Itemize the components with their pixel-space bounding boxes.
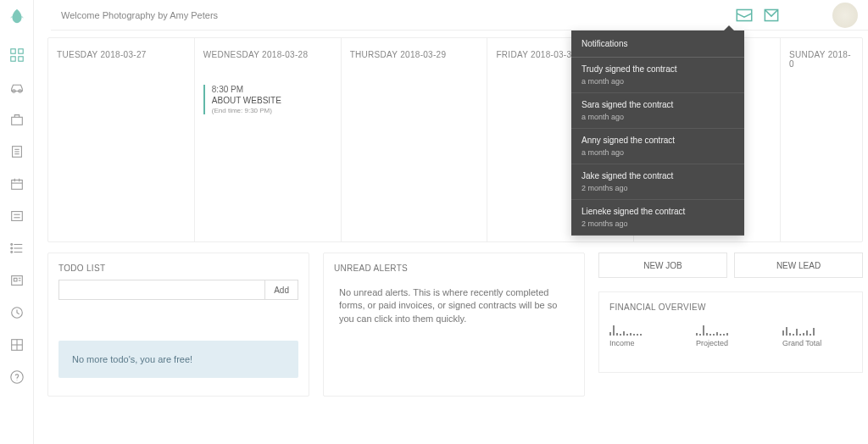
- notification-time: 2 months ago: [581, 219, 734, 228]
- svg-rect-6: [11, 117, 22, 125]
- car-icon[interactable]: [9, 80, 25, 95]
- financial-item[interactable]: Projected: [696, 322, 765, 347]
- svg-point-32: [10, 371, 22, 383]
- financial-item[interactable]: Income: [609, 322, 679, 347]
- sparkline-icon: [696, 322, 765, 336]
- text-icon[interactable]: [9, 208, 25, 224]
- day-label: WEDNESDAY 2018-03-28: [203, 50, 332, 59]
- briefcase-icon[interactable]: [9, 112, 25, 127]
- todo-panel: TODO LIST Add No more todo's, you are fr…: [47, 253, 309, 397]
- financial-panel: FINANCIAL OVERVIEW Income Projected Gran…: [598, 291, 863, 373]
- notification-item[interactable]: Trudy signed the contract a month ago: [571, 58, 744, 93]
- left-sidebar: [0, 0, 34, 444]
- calendar-icon[interactable]: [9, 176, 25, 191]
- financial-label: Income: [609, 339, 679, 347]
- svg-rect-0: [10, 49, 14, 53]
- sparkline-icon: [782, 322, 852, 336]
- todo-heading: TODO LIST: [58, 264, 298, 273]
- svg-rect-3: [18, 57, 22, 61]
- right-column: NEW JOB NEW LEAD FINANCIAL OVERVIEW Inco…: [598, 253, 863, 397]
- inbox-icon[interactable]: [734, 5, 754, 25]
- svg-point-23: [10, 252, 12, 253]
- event-title: ABOUT WEBSITE: [212, 96, 332, 105]
- notification-message: Jake signed the contract: [581, 171, 734, 180]
- svg-rect-15: [11, 212, 22, 221]
- dashboard-icon[interactable]: [9, 47, 25, 63]
- financial-label: Projected: [696, 339, 765, 347]
- event-time: 8:30 PM: [212, 85, 332, 94]
- svg-rect-11: [11, 180, 22, 190]
- welcome-text: Welcome Photography by Amy Peters: [61, 10, 727, 20]
- svg-rect-2: [10, 57, 14, 61]
- todo-add-button[interactable]: Add: [264, 280, 298, 300]
- calendar-day[interactable]: SUNDAY 2018-0: [781, 38, 862, 241]
- alerts-empty-message: No unread alerts. This is where recently…: [334, 286, 574, 325]
- financial-label: Grand Total: [782, 339, 852, 347]
- calendar-day[interactable]: THURSDAY 2018-03-29: [342, 38, 488, 241]
- news-icon[interactable]: [9, 273, 25, 288]
- notification-time: 2 months ago: [581, 184, 734, 192]
- notification-item[interactable]: Lieneke signed the contract 2 months ago: [571, 200, 744, 236]
- calendar-day[interactable]: WEDNESDAY 2018-03-28 8:30 PM ABOUT WEBSI…: [195, 38, 342, 241]
- notification-message: Sara signed the contract: [581, 100, 734, 109]
- svg-point-22: [10, 247, 12, 249]
- notification-item[interactable]: Anny signed the contract a month ago: [571, 129, 744, 164]
- notifications-dropdown: Notifications Trudy signed the contract …: [571, 31, 744, 236]
- notifications-heading: Notifications: [571, 31, 744, 58]
- help-icon[interactable]: [9, 369, 25, 385]
- avatar[interactable]: [832, 3, 858, 28]
- new-lead-button[interactable]: NEW LEAD: [734, 253, 863, 278]
- financial-item[interactable]: Grand Total: [782, 322, 852, 347]
- todo-input[interactable]: [58, 280, 264, 300]
- svg-rect-25: [14, 278, 17, 281]
- notification-item[interactable]: Jake signed the contract 2 months ago: [571, 164, 744, 200]
- svg-rect-1: [18, 49, 22, 53]
- notification-message: Trudy signed the contract: [581, 64, 734, 74]
- event-end: (End time: 9:30 PM): [212, 107, 332, 114]
- calendar-day[interactable]: TUESDAY 2018-03-27: [48, 38, 195, 241]
- app-logo: [8, 7, 26, 25]
- alerts-heading: UNREAD ALERTS: [334, 264, 574, 273]
- new-job-button[interactable]: NEW JOB: [598, 253, 727, 278]
- todo-empty-message: No more todo's, you are free!: [58, 341, 298, 378]
- notification-message: Anny signed the contract: [581, 136, 734, 145]
- calendar-event[interactable]: 8:30 PM ABOUT WEBSITE (End time: 9:30 PM…: [203, 85, 332, 114]
- notification-time: a month ago: [581, 113, 734, 121]
- panels-row: TODO LIST Add No more todo's, you are fr…: [47, 253, 863, 397]
- top-bar: Welcome Photography by Amy Peters: [51, 0, 868, 31]
- notification-time: a month ago: [581, 77, 734, 86]
- day-label: THURSDAY 2018-03-29: [350, 50, 479, 59]
- alerts-panel: UNREAD ALERTS No unread alerts. This is …: [323, 253, 585, 397]
- invoice-icon[interactable]: [9, 144, 25, 159]
- clock-icon[interactable]: [9, 305, 25, 320]
- list-icon[interactable]: [9, 241, 25, 256]
- notification-time: a month ago: [581, 148, 734, 157]
- svg-point-21: [10, 244, 12, 246]
- sparkline-icon: [609, 322, 679, 336]
- notification-message: Lieneke signed the contract: [581, 207, 734, 216]
- notification-item[interactable]: Sara signed the contract a month ago: [571, 93, 744, 129]
- financial-heading: FINANCIAL OVERVIEW: [609, 302, 852, 312]
- day-label: SUNDAY 2018-0: [789, 50, 854, 69]
- svg-rect-34: [737, 9, 751, 20]
- day-label: TUESDAY 2018-03-27: [57, 50, 186, 59]
- notifications-icon[interactable]: [761, 5, 782, 25]
- grid-small-icon[interactable]: [9, 337, 25, 352]
